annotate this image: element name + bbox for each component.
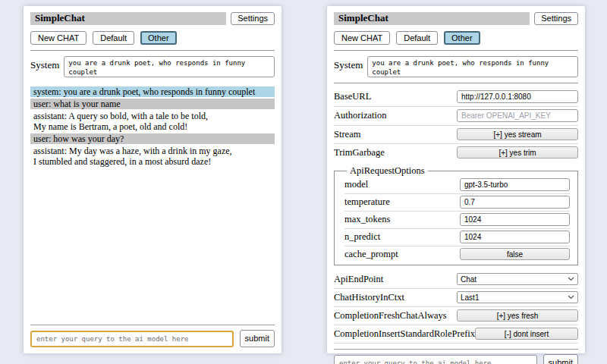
setting-row-authorization: Authorization [334,107,578,126]
setting-label: n_predict [344,231,380,243]
max-tokens-input[interactable] [460,213,570,226]
chevron-down-icon [568,277,574,281]
submit-button[interactable]: submit [240,330,275,347]
query-footer: submit [30,319,275,347]
query-input[interactable] [334,355,537,364]
message-text: I stumbled and staggered, in a most absu… [33,156,272,167]
new-chat-button[interactable]: New CHAT [30,31,86,45]
system-prompt-input[interactable]: you are a drunk poet, who responds in fu… [367,56,578,77]
temperature-input[interactable] [460,196,570,209]
setting-row-stream: Stream [+] yes stream [334,126,578,144]
system-prompt-row: System you are a drunk poet, who respond… [334,56,578,77]
settings-button[interactable]: Settings [534,12,578,25]
setting-row-completion-insert-prefix: CompletionInsertStandardRolePrefix [-] d… [334,325,578,344]
system-label: System [334,56,363,77]
submit-button[interactable]: submit [543,354,578,364]
setting-row-api-endpoint: ApiEndPoint Chat [334,271,578,289]
query-row: submit [30,330,275,347]
session-button-default[interactable]: Default [396,31,438,45]
settings-list: BaseURL Authorization Stream [+] yes str… [334,88,578,344]
system-prompt-row: System you are a drunk poet, who respond… [30,56,275,77]
completion-insert-prefix-toggle-button[interactable]: [-] dont insert [475,328,578,340]
chat-panel: SimpleChat Settings New CHAT Default Oth… [24,6,281,353]
setting-label: ApiEndPoint [334,274,383,285]
chat-message-assistant: assistant: My day was a haze, with a dri… [30,146,275,167]
app-title: SimpleChat [334,12,530,25]
api-request-options-fieldset: ApiRequestOptions model temperature max_… [334,165,578,265]
divider [30,50,275,51]
setting-label: temperature [344,196,390,208]
message-text: user: how was your day? [33,133,272,144]
divider [334,50,578,51]
query-input[interactable] [30,331,234,347]
system-label: System [30,56,59,77]
setting-row-model: model [344,177,570,194]
chat-history-select[interactable]: Last1 [457,291,578,303]
model-input[interactable] [460,178,570,191]
settings-button[interactable]: Settings [231,12,275,25]
message-text: assistant: A query so bold, with a tale … [33,111,272,121]
chat-message-assistant: assistant: A query so bold, with a tale … [30,111,275,132]
divider [334,83,578,83]
chat-message-list: system: you are a drunk poet, who respon… [30,86,275,168]
api-endpoint-select[interactable]: Chat [457,273,578,285]
session-toolbar: New CHAT Default Other [30,31,275,45]
message-text: user: what is your name [33,99,272,109]
fieldset-legend: ApiRequestOptions [347,165,428,177]
setting-row-max-tokens: max_tokens [344,212,570,229]
setting-row-cache-prompt: cache_prompt false [344,246,570,262]
cache-prompt-toggle-button[interactable]: false [460,248,570,260]
trimgarbage-toggle-button[interactable]: [+] yes trim [457,146,578,158]
divider [334,349,578,350]
authorization-input[interactable] [457,109,578,122]
setting-label: Stream [334,129,360,140]
setting-label: model [344,179,368,190]
session-button-other[interactable]: Other [444,31,480,45]
query-footer: submit [334,344,578,364]
setting-label: cache_prompt [344,249,398,260]
setting-row-chat-history: ChatHistoryInCtxt Last1 [334,289,578,307]
setting-row-n-predict: n_predict [344,229,570,246]
setting-label: BaseURL [334,91,371,102]
setting-row-temperature: temperature [344,194,570,212]
app-header: SimpleChat Settings [30,12,275,25]
setting-row-baseurl: BaseURL [334,88,578,107]
session-toolbar: New CHAT Default Other [334,31,578,45]
chat-message-system: system: you are a drunk poet, who respon… [30,86,275,97]
select-value: Last1 [461,293,479,302]
message-text: system: you are a drunk poet, who respon… [33,86,272,97]
setting-label: TrimGarbage [334,147,385,158]
system-prompt-input[interactable]: you are a drunk poet, who responds in fu… [64,56,275,77]
setting-label: CompletionInsertStandardRolePrefix [334,328,475,340]
setting-label: Authorization [334,110,386,121]
stream-toggle-button[interactable]: [+] yes stream [457,128,578,140]
stage: SimpleChat Settings New CHAT Default Oth… [0,0,607,364]
chat-message-user: user: what is your name [30,99,275,109]
message-text: My name is Bertram, a poet, old and cold… [33,121,272,132]
settings-panel: SimpleChat Settings New CHAT Default Oth… [327,6,585,353]
divider [30,325,275,325]
setting-label: max_tokens [344,214,390,225]
app-title: SimpleChat [30,12,226,25]
chevron-down-icon [568,295,574,300]
setting-row-trimgarbage: TrimGarbage [+] yes trim [334,144,578,162]
chat-message-user: user: how was your day? [30,133,275,144]
setting-row-completion-fresh-chat: CompletionFreshChatAlways [+] yes fresh [334,307,578,325]
new-chat-button[interactable]: New CHAT [334,31,390,45]
select-value: Chat [461,275,476,284]
setting-label: CompletionFreshChatAlways [334,310,447,322]
setting-label: ChatHistoryInCtxt [334,292,404,303]
app-header: SimpleChat Settings [334,12,578,25]
query-row: submit [334,354,578,364]
baseurl-input[interactable] [457,90,578,103]
completion-fresh-chat-toggle-button[interactable]: [+] yes fresh [457,309,578,322]
session-button-default[interactable]: Default [93,31,134,45]
session-button-other[interactable]: Other [140,31,177,45]
message-text: assistant: My day was a haze, with a dri… [33,146,272,156]
n-predict-input[interactable] [460,231,570,243]
